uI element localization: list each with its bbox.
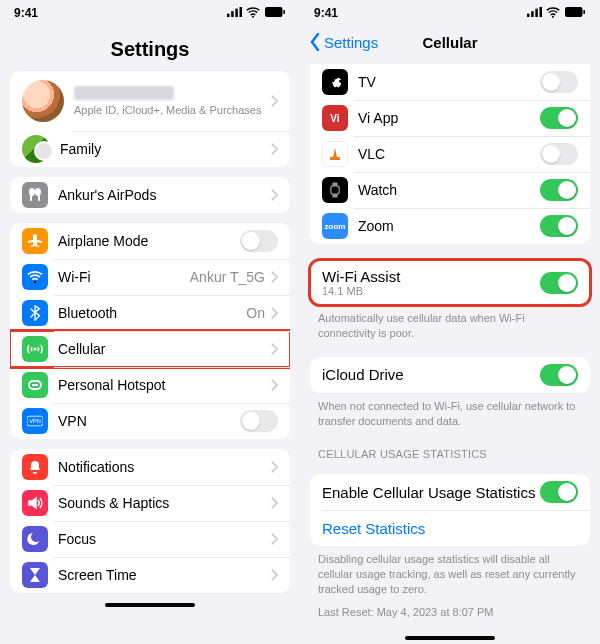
status-bar: 9:41 (0, 0, 300, 20)
wifi-icon (22, 264, 48, 290)
enable-stats-toggle[interactable] (540, 481, 578, 503)
wifi-assist-toggle[interactable] (540, 272, 578, 294)
vi-app-icon: Vi (322, 105, 348, 131)
vlc-icon (322, 141, 348, 167)
icloud-drive-footer: When not connected to Wi-Fi, use cellula… (300, 393, 600, 435)
stats-footer-2: Last Reset: May 4, 2023 at 8:07 PM (300, 603, 600, 626)
status-time: 9:41 (314, 6, 338, 20)
screen-time-row[interactable]: Screen Time (10, 557, 290, 593)
watch-toggle[interactable] (540, 179, 578, 201)
cellular-row[interactable]: Cellular (10, 331, 290, 367)
airpods-icon (22, 182, 48, 208)
airplane-mode-row[interactable]: Airplane Mode (10, 223, 290, 259)
focus-row[interactable]: Focus (10, 521, 290, 557)
page-title: Settings (0, 38, 300, 61)
chevron-right-icon (271, 497, 278, 509)
chevron-right-icon (271, 461, 278, 473)
apple-id-sub: Apple ID, iCloud+, Media & Purchases (74, 104, 271, 116)
home-indicator (105, 603, 195, 607)
vpn-icon (22, 408, 48, 434)
status-bar: 9:41 (300, 0, 600, 20)
app-row-tv[interactable]: TV (310, 64, 590, 100)
bluetooth-icon (22, 300, 48, 326)
chevron-right-icon (271, 189, 278, 201)
svg-rect-17 (330, 157, 340, 160)
signal-icon (527, 7, 542, 19)
chevron-right-icon (271, 343, 278, 355)
wifi-row[interactable]: Wi-Fi Ankur T_5G (10, 259, 290, 295)
bluetooth-row[interactable]: Bluetooth On (10, 295, 290, 331)
chevron-right-icon (271, 533, 278, 545)
cellular-screen: 9:41 Settings Cellular TV Vi Vi App (300, 0, 600, 644)
sounds-row[interactable]: Sounds & Haptics (10, 485, 290, 521)
apple-id-row[interactable]: Apple ID, iCloud+, Media & Purchases (10, 71, 290, 131)
status-time: 9:41 (14, 6, 38, 20)
reset-stats-row[interactable]: Reset Statistics (310, 510, 590, 546)
icloud-drive-row[interactable]: iCloud Drive (310, 357, 590, 393)
chevron-left-icon (308, 33, 322, 51)
airpods-row[interactable]: Ankur's AirPods (10, 177, 290, 213)
stats-footer-1: Disabling cellular usage statistics will… (300, 546, 600, 603)
notifications-row[interactable]: Notifications (10, 449, 290, 485)
zoom-toggle[interactable] (540, 215, 578, 237)
chevron-right-icon (271, 569, 278, 581)
airplane-icon (22, 228, 48, 254)
hotspot-row[interactable]: Personal Hotspot (10, 367, 290, 403)
vpn-toggle[interactable] (240, 410, 278, 432)
icloud-drive-toggle[interactable] (540, 364, 578, 386)
settings-screen: 9:41 Settings Apple ID, iCloud+, Media &… (0, 0, 300, 644)
battery-icon (564, 7, 586, 19)
vpn-row[interactable]: VPN (10, 403, 290, 439)
hotspot-icon (22, 372, 48, 398)
app-row-vi[interactable]: Vi Vi App (310, 100, 590, 136)
app-row-zoom[interactable]: zoom Zoom (310, 208, 590, 244)
notifications-icon (22, 454, 48, 480)
cellular-icon (22, 336, 48, 362)
battery-icon (264, 7, 286, 19)
vlc-toggle[interactable] (540, 143, 578, 165)
chevron-right-icon (271, 271, 278, 283)
wifi-icon (246, 7, 260, 20)
chevron-right-icon (271, 379, 278, 391)
sounds-icon (22, 490, 48, 516)
family-avatar-icon (22, 135, 50, 163)
app-row-vlc[interactable]: VLC (310, 136, 590, 172)
chevron-right-icon (271, 95, 278, 107)
wifi-assist-footer: Automatically use cellular data when Wi-… (300, 305, 600, 347)
screen-time-icon (22, 562, 48, 588)
page-title: Cellular (422, 34, 477, 51)
wifi-assist-row[interactable]: Wi-Fi Assist 14.1 MB (310, 260, 590, 305)
avatar (22, 80, 64, 122)
family-row[interactable]: Family (10, 131, 290, 167)
chevron-right-icon (271, 143, 278, 155)
chevron-right-icon (271, 307, 278, 319)
app-row-watch[interactable]: Watch (310, 172, 590, 208)
stats-section-header: CELLULAR USAGE STATISTICS (300, 434, 600, 464)
vi-toggle[interactable] (540, 107, 578, 129)
signal-icon (227, 7, 242, 19)
enable-stats-row[interactable]: Enable Cellular Usage Statistics (310, 474, 590, 510)
back-button[interactable]: Settings (308, 33, 378, 51)
zoom-icon: zoom (322, 213, 348, 239)
airplane-mode-toggle[interactable] (240, 230, 278, 252)
watch-icon (322, 177, 348, 203)
user-name-redacted (74, 86, 174, 100)
wifi-icon (546, 7, 560, 20)
home-indicator (405, 636, 495, 640)
focus-icon (22, 526, 48, 552)
tv-icon (322, 69, 348, 95)
tv-toggle[interactable] (540, 71, 578, 93)
